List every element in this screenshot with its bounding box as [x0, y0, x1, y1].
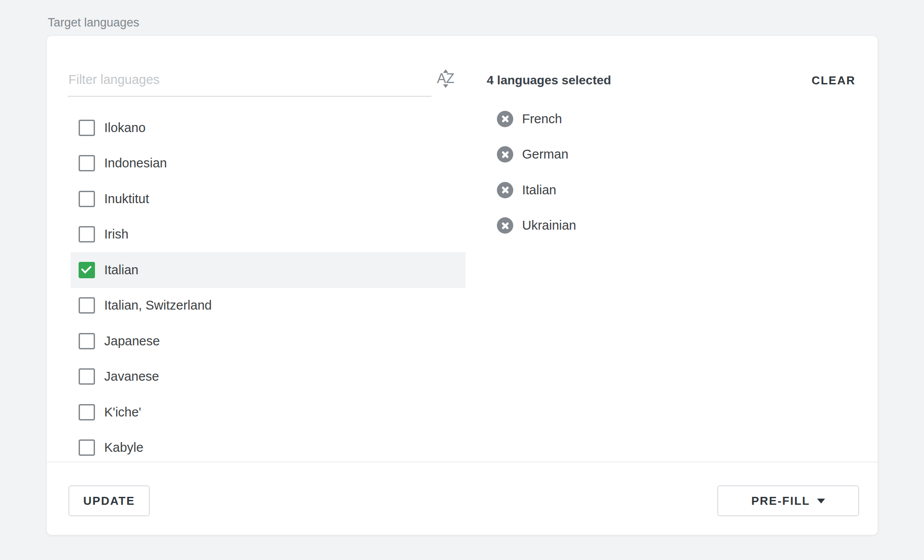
language-label: Japanese [104, 334, 160, 348]
checkbox-icon[interactable] [79, 226, 95, 242]
language-label: Italian [104, 263, 138, 277]
checkbox-icon[interactable] [79, 191, 95, 207]
language-list: Ilokano Indonesian Inuktitut Irish Itali… [47, 110, 489, 461]
language-row[interactable]: Kabyle [71, 430, 466, 461]
remove-language-icon[interactable] [497, 182, 513, 198]
checkbox-icon[interactable] [79, 262, 95, 278]
selected-language-label: French [522, 112, 562, 126]
caret-down-icon [817, 499, 825, 503]
target-languages-card: AZ Ilokano Indonesian Inuktitut Irish It… [46, 35, 878, 535]
language-label: K'iche' [104, 405, 141, 420]
filter-languages-input[interactable] [68, 63, 432, 97]
selected-count-summary: 4 languages selected [487, 73, 611, 87]
pre-fill-button[interactable]: PRE-FILL [717, 485, 859, 516]
pre-fill-button-label: PRE-FILL [751, 494, 810, 508]
language-row[interactable]: Irish [71, 217, 466, 253]
sort-alphabetical-icon[interactable]: AZ [432, 69, 459, 88]
language-row[interactable]: Indonesian [71, 146, 466, 182]
checkbox-icon[interactable] [79, 368, 95, 385]
selected-language-row: German [497, 137, 576, 173]
sort-az-letters: AZ [437, 72, 454, 84]
selected-language-row: French [497, 101, 576, 137]
clear-button[interactable]: CLEAR [811, 74, 856, 87]
remove-language-icon[interactable] [497, 217, 513, 234]
checkbox-icon[interactable] [79, 155, 95, 171]
selected-language-label: German [522, 147, 568, 162]
language-label: Ilokano [104, 121, 146, 135]
selected-language-label: Ukrainian [522, 218, 576, 233]
sort-arrow-down-icon [443, 84, 448, 88]
language-row[interactable]: K'iche' [71, 394, 466, 430]
language-label: Italian, Switzerland [104, 298, 212, 313]
language-row[interactable]: Ilokano [71, 110, 466, 146]
footer-divider [47, 462, 878, 462]
language-row[interactable]: Japanese [71, 323, 466, 359]
language-row[interactable]: Italian, Switzerland [71, 288, 466, 324]
field-label: Target languages [48, 16, 139, 30]
selected-language-list: French German Italian Ukrainian [497, 101, 576, 243]
checkbox-icon[interactable] [79, 120, 95, 136]
language-label: Indonesian [104, 156, 167, 170]
selected-language-label: Italian [522, 183, 556, 197]
checkbox-icon[interactable] [79, 404, 95, 420]
language-label: Irish [104, 227, 129, 242]
language-row[interactable]: Italian [71, 252, 466, 288]
checkbox-icon[interactable] [79, 439, 95, 456]
update-button-label: UPDATE [83, 494, 135, 508]
language-row[interactable]: Javanese [71, 359, 466, 395]
update-button[interactable]: UPDATE [68, 485, 150, 516]
selected-language-row: Italian [497, 172, 576, 208]
remove-language-icon[interactable] [497, 111, 513, 127]
language-label: Kabyle [104, 440, 144, 455]
checkbox-icon[interactable] [79, 297, 95, 314]
selected-language-row: Ukrainian [497, 208, 576, 244]
language-label: Javanese [104, 369, 159, 384]
remove-language-icon[interactable] [497, 146, 513, 163]
language-label: Inuktitut [104, 192, 149, 206]
language-row[interactable]: Inuktitut [71, 181, 466, 217]
checkbox-icon[interactable] [79, 333, 95, 349]
